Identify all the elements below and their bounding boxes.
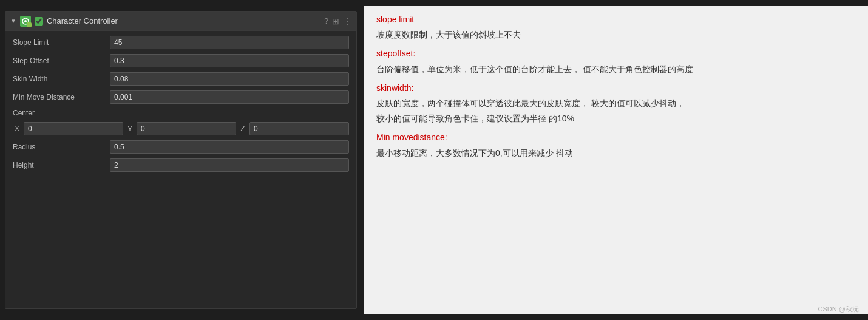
radius-row: Radius: [10, 138, 351, 156]
height-input[interactable]: [110, 158, 349, 172]
inspector-header: ▼ Character Controller ? ⊞ ⋮: [5, 12, 356, 31]
skin-width-row: Skin Width: [10, 70, 351, 88]
desc-term-3: Min movedistance:: [376, 132, 447, 142]
description-panel: slope limit 坡度度数限制，大于该值的斜坡上不去 stepoffset…: [364, 6, 868, 314]
component-icon: [20, 16, 31, 27]
x-label: X: [13, 124, 21, 133]
step-offset-input[interactable]: [110, 54, 349, 67]
inspector-body: Slope Limit Step Offset Skin Width Min M…: [5, 31, 356, 179]
desc-text-1: 台阶偏移值，单位为米，低于这个值的台阶才能上去， 值不能大于角色控制器的高度: [376, 64, 693, 74]
skin-width-label: Skin Width: [13, 75, 110, 83]
height-label: Height: [13, 161, 110, 169]
settings-icon[interactable]: ⊞: [332, 16, 339, 26]
z-label: Z: [239, 124, 247, 133]
min-move-distance-row: Min Move Distance: [10, 88, 351, 106]
desc-text-2: 皮肤的宽度，两个碰撞体可以穿透彼此最大的皮肤宽度， 较大的值可以减少抖动，较小的…: [376, 98, 685, 123]
min-move-distance-label: Min Move Distance: [13, 93, 110, 101]
desc-block-1: stepoffset: 台阶偏移值，单位为米，低于这个值的台阶才能上去， 值不能…: [376, 46, 856, 77]
slope-limit-row: Slope Limit: [10, 33, 351, 52]
step-offset-label: Step Offset: [13, 56, 110, 65]
radius-input[interactable]: [110, 140, 349, 154]
desc-text-3: 最小移动距离，大多数情况下为0,可以用来减少 抖动: [376, 148, 573, 158]
component-enabled-checkbox[interactable]: [35, 17, 43, 26]
watermark: CSDN @秋沅: [818, 305, 859, 314]
center-label: Center: [10, 106, 351, 120]
radius-label: Radius: [13, 143, 110, 151]
slope-limit-input[interactable]: [110, 36, 349, 49]
collapse-arrow[interactable]: ▼: [10, 18, 16, 24]
desc-block-3: Min movedistance: 最小移动距离，大多数情况下为0,可以用来减少…: [376, 130, 856, 160]
desc-block-2: skinwidth: 皮肤的宽度，两个碰撞体可以穿透彼此最大的皮肤宽度， 较大的…: [376, 81, 856, 127]
desc-block-0: slope limit 坡度度数限制，大于该值的斜坡上不去: [376, 12, 856, 43]
step-offset-row: Step Offset: [10, 52, 351, 70]
svg-point-1: [24, 20, 27, 22]
desc-text-0: 坡度度数限制，大于该值的斜坡上不去: [376, 30, 521, 39]
center-x-input[interactable]: [24, 122, 123, 135]
component-title: Character Controller: [47, 16, 320, 26]
slope-limit-label: Slope Limit: [13, 38, 110, 47]
desc-term-1: stepoffset:: [376, 49, 415, 58]
inspector-panel: ▼ Character Controller ? ⊞ ⋮ Slope Limit: [5, 11, 357, 309]
min-move-distance-input[interactable]: [110, 90, 349, 104]
center-y-input[interactable]: [137, 122, 236, 135]
menu-icon[interactable]: ⋮: [343, 16, 351, 26]
desc-term-2: skinwidth:: [376, 83, 413, 93]
desc-term-0: slope limit: [376, 15, 414, 24]
y-label: Y: [126, 124, 134, 133]
height-row: Height: [10, 156, 351, 174]
center-xyz-row: X Y Z: [10, 120, 351, 138]
center-z-input[interactable]: [249, 122, 349, 135]
skin-width-input[interactable]: [110, 72, 349, 86]
help-icon[interactable]: ?: [324, 17, 328, 26]
